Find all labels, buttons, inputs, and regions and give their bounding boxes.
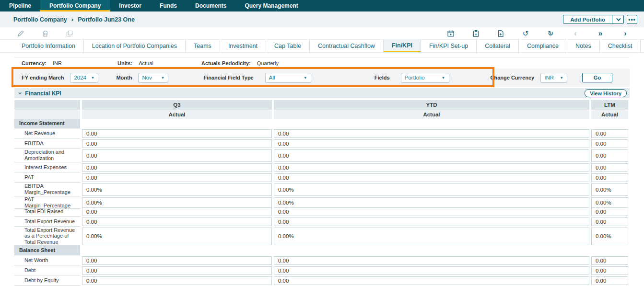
- value-cell[interactable]: 0.00%: [591, 228, 628, 245]
- filter-bar: FY ending March2024▼MonthNov▼Financial F…: [14, 69, 630, 87]
- value-cell[interactable]: 0.00: [82, 217, 272, 226]
- value-cell[interactable]: 0.00: [274, 149, 589, 162]
- value-cell[interactable]: 0.00: [274, 173, 589, 182]
- value-cell[interactable]: 0.00%: [591, 183, 628, 196]
- chevron-left-icon[interactable]: ‹: [571, 29, 580, 38]
- duplicate-icon[interactable]: [65, 29, 74, 38]
- tab-cap-table[interactable]: Cap Table: [266, 40, 310, 52]
- breadcrumb-portfolio-jun23-one[interactable]: Portfolio Jun23 One: [78, 16, 135, 23]
- section-row-label: Balance Sheet: [14, 246, 80, 255]
- value-cell[interactable]: 0.00: [274, 266, 589, 275]
- kpi-table-body: Income StatementNet Revenue0.000.000.00E…: [14, 119, 630, 286]
- add-portfolio-button[interactable]: Add Portfolio: [563, 15, 612, 23]
- tab-notes[interactable]: Notes: [567, 40, 600, 52]
- section-row-label: Income Statement: [14, 119, 80, 128]
- filter-select-month[interactable]: Nov▼: [138, 73, 168, 83]
- value-cell[interactable]: 0.00: [591, 129, 628, 138]
- tab-investment[interactable]: Investment: [220, 40, 266, 52]
- value-cell[interactable]: 0.00: [82, 207, 272, 216]
- tab-contractual-cashflow[interactable]: Contractual Cashflow: [310, 40, 384, 52]
- row-label: Net Revenue: [14, 128, 80, 138]
- value-cell[interactable]: 0.00: [591, 266, 628, 275]
- collapse-chevron-icon[interactable]: ›: [17, 92, 24, 94]
- value-cell[interactable]: 0.00: [591, 163, 628, 172]
- selected-value: INR: [544, 75, 554, 80]
- more-options-button[interactable]: •••: [627, 15, 637, 24]
- tab-collateral[interactable]: Collateral: [477, 40, 519, 52]
- add-portfolio-dropdown-button[interactable]: [612, 15, 623, 23]
- value-cell[interactable]: 0.00: [274, 217, 589, 226]
- value-cell[interactable]: 0.00: [82, 129, 272, 138]
- value-cell[interactable]: 0.00: [82, 173, 272, 182]
- value-cell[interactable]: 0.00%: [82, 228, 272, 245]
- value-cell[interactable]: 0.00: [274, 276, 589, 285]
- tab-fin-kpi[interactable]: Fin/KPI: [384, 40, 421, 52]
- nav-item-documents[interactable]: Documents: [186, 0, 235, 11]
- table-row: Interest Expenses0.000.000.00: [14, 162, 630, 172]
- value-cell[interactable]: 0.00: [274, 256, 589, 265]
- tab-location-of-portfolio-companies[interactable]: Location of Portfolio Companies: [84, 40, 186, 52]
- filter-select-fy-ending-march[interactable]: 2024▼: [70, 73, 98, 83]
- subheader-q3-actual: Actual: [82, 110, 272, 119]
- chevron-right-icon[interactable]: ›: [621, 29, 630, 38]
- value-cell[interactable]: 0.00%: [82, 183, 272, 196]
- nav-item-investor[interactable]: Investor: [110, 0, 151, 11]
- tab-fin-kpi-set-up[interactable]: Fin/KPI Set-up: [421, 40, 477, 52]
- filter-select-financial-field-type[interactable]: All▼: [265, 73, 311, 83]
- value-cell[interactable]: 0.00: [82, 163, 272, 172]
- nav-item-portfolio-company[interactable]: Portfolio Company: [40, 0, 110, 11]
- breadcrumb-portfolio-company[interactable]: Portfolio Company: [13, 16, 67, 23]
- toolbar-left-icons: [16, 29, 74, 38]
- value-column-2: [591, 119, 628, 128]
- value-column-2: 0.00: [591, 162, 628, 172]
- value-cell[interactable]: 0.00%: [274, 183, 589, 196]
- delete-icon[interactable]: [41, 29, 49, 38]
- history-icon[interactable]: ↺: [521, 29, 530, 38]
- financial-kpi-header: › Financial KPI View History: [14, 88, 630, 98]
- nav-item-query-management[interactable]: Query Management: [235, 0, 307, 11]
- selected-value: All: [269, 75, 275, 80]
- value-cell[interactable]: 0.00: [82, 149, 272, 162]
- file-add-icon[interactable]: [496, 29, 505, 38]
- tab-strip: Portfolio InformationLocation of Portfol…: [0, 40, 644, 53]
- value-cell[interactable]: 0.00: [82, 256, 272, 265]
- value-cell[interactable]: 0.00: [274, 207, 589, 216]
- tab-portfolio-information[interactable]: Portfolio Information: [13, 40, 84, 52]
- clipboard-add-icon[interactable]: [471, 29, 480, 38]
- value-cell[interactable]: 0.00: [591, 139, 628, 148]
- nav-item-pipeline[interactable]: Pipeline: [0, 0, 40, 11]
- value-cell[interactable]: 0.00: [274, 139, 589, 148]
- nav-item-funds[interactable]: Funds: [151, 0, 186, 11]
- value-cell[interactable]: 0.00: [274, 163, 589, 172]
- value-cell[interactable]: 0.00: [591, 207, 628, 216]
- filter-select-fields[interactable]: Portfolio▼: [401, 73, 449, 83]
- value-cell[interactable]: 0.00: [591, 276, 628, 285]
- value-cell[interactable]: 0.00: [591, 173, 628, 182]
- subheader-ytd-actual: Actual: [274, 110, 589, 119]
- value-cell[interactable]: 0.00: [591, 149, 628, 162]
- subheader-ltm-actual: Actual: [591, 110, 628, 119]
- value-cell[interactable]: 0.00: [82, 266, 272, 275]
- double-chevron-right-icon[interactable]: »: [596, 29, 605, 38]
- tab-more-information[interactable]: More Information: [641, 40, 644, 52]
- value-cell[interactable]: 0.00: [82, 139, 272, 148]
- tab-checklist[interactable]: Checklist: [600, 40, 641, 52]
- value-column-2: 0.00: [591, 172, 628, 183]
- edit-icon[interactable]: [16, 29, 25, 38]
- tab-compliance[interactable]: Compliance: [519, 40, 567, 52]
- view-history-button[interactable]: View History: [585, 89, 627, 97]
- calendar-add-icon[interactable]: [446, 29, 455, 38]
- currency-refresh-icon[interactable]: ↻$: [546, 29, 555, 38]
- value-column-0: 0.00: [82, 149, 272, 162]
- breadcrumb-bar: Portfolio Company › Portfolio Jun23 One …: [0, 11, 644, 27]
- value-cell[interactable]: 0.00: [591, 217, 628, 226]
- column-header-ltm: LTM: [591, 100, 628, 110]
- go-button[interactable]: Go: [582, 73, 612, 82]
- value-cell[interactable]: 0.00: [82, 276, 272, 285]
- value-cell[interactable]: 0.00: [591, 256, 628, 265]
- value-cell[interactable]: 0.00%: [274, 228, 589, 245]
- tab-teams[interactable]: Teams: [186, 40, 220, 52]
- value-column-1: 0.00: [274, 162, 589, 172]
- filter-select-change-currency[interactable]: INR▼: [540, 73, 567, 83]
- value-cell[interactable]: 0.00: [274, 129, 589, 138]
